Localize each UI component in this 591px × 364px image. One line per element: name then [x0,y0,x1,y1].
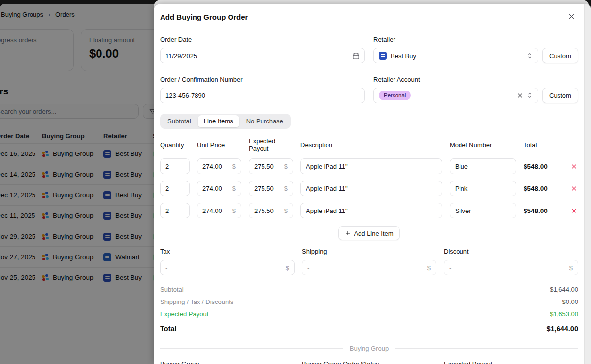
col-retailer: Retailer [103,132,153,140]
dollar-suffix: $ [427,264,431,272]
description-input[interactable] [306,185,437,192]
shipping-field[interactable]: $ [302,260,436,275]
buying-group-cell: Buying Group [42,253,103,261]
tab-subtotal[interactable]: Subtotal [162,115,197,127]
summary-label: Total [160,325,177,333]
calendar-icon[interactable] [352,52,360,60]
unit-price-field-input[interactable] [202,163,232,170]
order-date-label: Order Date [160,36,365,43]
col-description: Description [300,141,442,149]
unit-price-field[interactable]: $ [197,158,241,174]
quantity-input[interactable] [165,163,184,170]
tab-no-purchase[interactable]: No Purchase [240,115,289,127]
model-number-input[interactable] [455,185,511,192]
confirmation-label: Order / Confirmation Number [160,76,365,83]
dollar-suffix: $ [569,264,573,272]
tax-input[interactable] [165,264,286,272]
shipping-input[interactable] [307,264,427,272]
retailer-account-label: Retailer Account [373,76,578,83]
expected-payout-field[interactable]: $ [249,203,293,218]
col-quantity: Quantity [160,141,190,149]
quantity-field[interactable] [160,203,190,218]
col-order-date: Order Date [0,132,42,140]
close-button[interactable] [565,10,578,25]
unit-price-field[interactable]: $ [197,181,241,196]
order-date-input[interactable] [165,52,352,60]
unit-price-field[interactable]: $ [197,203,241,218]
description-field[interactable] [300,158,442,174]
confirmation-field[interactable] [160,88,365,103]
breadcrumb-current[interactable]: Orders [55,11,75,18]
order-date-cell: Dec 14, 2025 [0,171,42,178]
quantity-field[interactable] [160,181,190,196]
model-number-field[interactable] [450,158,516,174]
order-date-cell: Nov 27, 2025 [0,253,42,261]
discount-input[interactable] [449,264,569,272]
quantity-input[interactable] [165,207,184,214]
quantity-field[interactable] [160,158,190,174]
retailer-select[interactable]: Best Buy [373,48,538,63]
dollar-suffix: $ [232,185,236,192]
retailer-account-select[interactable]: Personal [373,88,538,103]
order-date-cell: Nov 29, 2025 [0,233,42,240]
bestbuy-logo-icon [103,171,111,179]
retailer-custom-button[interactable]: Custom [542,48,578,63]
confirmation-input[interactable] [165,92,360,99]
line-total: $548.00 [524,163,562,170]
summary-row: Subtotal$1,644.00 [160,283,578,296]
delete-line-item-button[interactable] [569,163,578,170]
search-input[interactable]: Search your orders... [0,104,139,119]
tax-field[interactable]: $ [160,260,295,275]
summary-value: $0.00 [562,298,578,305]
delete-x-icon [571,185,577,192]
buying-group-icon [42,212,49,219]
summary-label: Expected Payout [160,310,208,318]
tab-line-items[interactable]: Line Items [198,115,239,127]
discount-field[interactable]: $ [444,260,578,275]
discount-field-group: Discount$ [444,248,578,275]
walmart-logo-icon [103,253,111,261]
model-number-field[interactable] [450,203,516,218]
model-number-input[interactable] [455,163,511,170]
description-input[interactable] [306,163,437,170]
description-field[interactable] [300,181,442,196]
retailer-cell: Best Buy [103,150,153,158]
delete-line-item-button[interactable] [569,208,578,214]
order-date-cell: Nov 25, 2025 [0,274,42,281]
col-buying-group: Buying Group [42,132,103,140]
clear-icon[interactable] [517,92,523,99]
line-item-row: $$$548.00 [160,158,578,174]
col-expected-payout: Expected Payout [249,137,293,152]
bestbuy-logo-icon [379,52,387,60]
order-date-field[interactable] [160,48,365,63]
expected-payout-field[interactable]: $ [249,158,293,174]
buying-group-cell: Buying Group [42,233,103,240]
section-divider: Buying Group [160,345,578,352]
model-number-field[interactable] [450,181,516,196]
description-field[interactable] [300,203,442,218]
dollar-suffix: $ [284,163,288,170]
description-input[interactable] [306,207,437,214]
line-items-header: Quantity Unit Price Expected Payout Desc… [160,137,578,152]
col-total: Total [524,141,562,149]
account-custom-button[interactable]: Custom [542,88,578,103]
expected-payout-field-input[interactable] [254,185,284,192]
chevron-updown-icon [527,92,533,99]
account-badge: Personal [379,91,411,100]
summary-row: Total$1,644.00 [160,320,578,335]
expected-payout-field-input[interactable] [254,163,284,170]
buying-group-cell: Buying Group [42,274,103,281]
model-number-input[interactable] [455,207,511,214]
order-date-cell: Dec 12, 2025 [0,191,42,199]
unit-price-field-input[interactable] [202,207,232,214]
expected-payout-field[interactable]: $ [249,181,293,196]
expected-payout-field-input[interactable] [254,207,284,214]
add-line-item-button[interactable]: Add Line Item [338,226,399,240]
quantity-input[interactable] [165,185,184,192]
buying-group-cell: Buying Group [42,191,103,199]
unit-price-field-input[interactable] [202,185,232,192]
shipping-label: Shipping [302,248,436,255]
delete-line-item-button[interactable] [569,185,578,192]
breadcrumb-parent[interactable]: Buying Groups [1,11,43,18]
col-model-number: Model Number [450,141,516,149]
